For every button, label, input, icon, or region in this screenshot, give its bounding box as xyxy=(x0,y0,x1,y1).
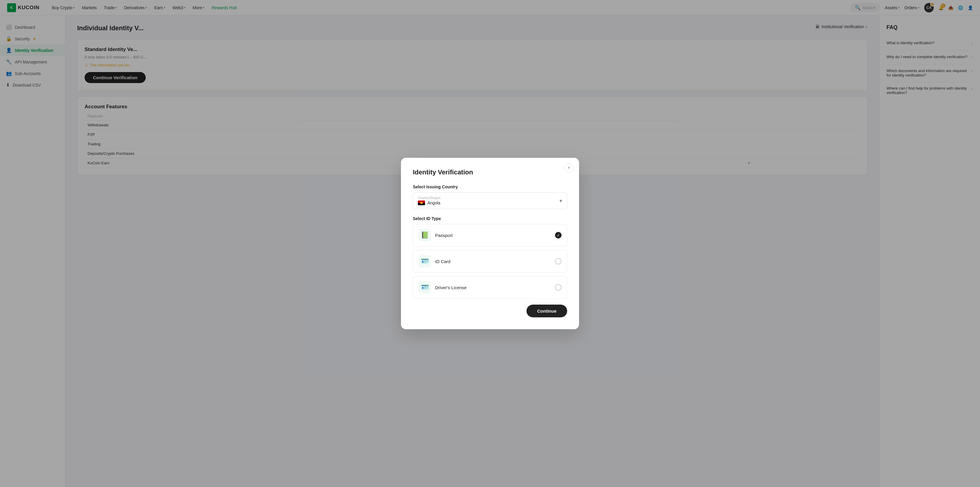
select-id-type-label: Select ID Type xyxy=(413,216,567,221)
dropdown-arrow-icon: ▾ xyxy=(560,198,562,204)
passport-radio-selected xyxy=(555,232,562,238)
modal-continue-button[interactable]: Continue xyxy=(527,305,567,317)
passport-icon: 📗 xyxy=(418,229,431,241)
select-country-label: Select Issuing Country xyxy=(413,184,567,189)
id-option-passport[interactable]: 📗 Passport xyxy=(413,224,567,246)
driverslicense-radio xyxy=(555,284,562,291)
modal-overlay[interactable]: × Identity Verification Select Issuing C… xyxy=(0,0,980,487)
modal-close-button[interactable]: × xyxy=(564,163,574,173)
angola-flag-icon xyxy=(418,200,425,205)
country-select-dropdown[interactable]: Country/Region Angola ▾ xyxy=(413,192,567,209)
identity-verification-modal: × Identity Verification Select Issuing C… xyxy=(401,158,579,329)
id-option-idcard[interactable]: 🪪 ID Card xyxy=(413,250,567,273)
idcard-radio xyxy=(555,258,562,265)
idcard-icon: 🪪 xyxy=(418,255,431,268)
driverslicense-icon: 🪪 xyxy=(418,281,431,293)
id-option-driverslicense[interactable]: 🪪 Driver's License xyxy=(413,276,567,299)
modal-title: Identity Verification xyxy=(413,168,567,176)
